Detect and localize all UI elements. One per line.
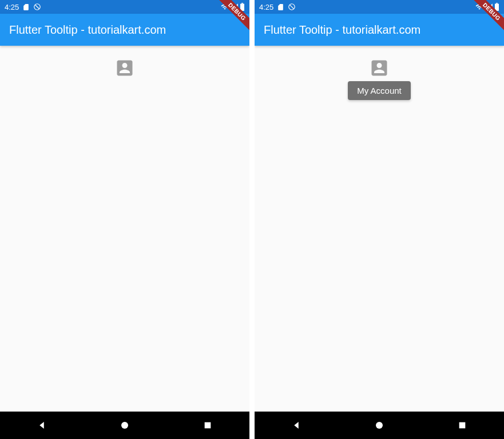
nav-back-button[interactable] [276,420,317,430]
tooltip-text: My Account [357,86,402,95]
svg-rect-8 [495,3,499,11]
svg-point-4 [121,422,128,429]
status-bar-left: 4:25 [259,3,296,11]
phone-right: DEBUG 4:25 Flutter Tooltip - tutorialkar… [255,0,504,439]
phone-left: DEBUG 4:25 Flutter Tooltip - tutorialkar… [0,0,249,439]
svg-rect-2 [240,3,244,11]
status-bar-left: 4:25 [5,3,41,11]
nav-bar [255,412,504,439]
body-area: My Account [255,46,504,412]
account-box-icon [114,58,135,80]
svg-rect-9 [496,3,498,3]
battery-icon [494,3,499,11]
wifi-icon [475,3,484,11]
svg-line-1 [35,5,39,9]
status-bar-right [220,3,245,11]
dnd-icon [288,3,296,11]
nav-recent-button[interactable] [442,421,483,430]
status-time: 4:25 [5,3,19,11]
wifi-icon [220,3,229,11]
status-bar: 4:25 [255,0,504,14]
svg-line-7 [290,5,294,9]
nav-home-button[interactable] [359,420,400,430]
battery-icon [240,3,245,11]
dnd-icon [33,3,41,11]
account-icon-button[interactable] [366,55,393,82]
app-bar-title: Flutter Tooltip - tutorialkart.com [264,23,420,37]
svg-rect-5 [205,422,211,429]
nav-bar [0,412,249,439]
svg-point-10 [376,422,383,429]
account-icon-button[interactable] [111,55,138,82]
nav-recent-button[interactable] [187,421,228,430]
svg-rect-3 [241,3,243,3]
body-area [0,46,249,412]
app-bar: Flutter Tooltip - tutorialkart.com [0,14,249,46]
status-time: 4:25 [259,3,273,11]
sd-icon [277,3,284,11]
app-bar-title: Flutter Tooltip - tutorialkart.com [9,23,166,37]
nav-home-button[interactable] [104,420,145,430]
status-bar: 4:25 [0,0,249,14]
nav-back-button[interactable] [21,420,62,430]
signal-icon [485,3,493,11]
account-box-icon [369,58,390,80]
signal-icon [231,3,239,11]
tooltip: My Account [348,81,411,100]
sd-icon [22,3,30,11]
app-bar: Flutter Tooltip - tutorialkart.com [255,14,504,46]
svg-rect-11 [459,422,466,429]
status-bar-right [475,3,499,11]
